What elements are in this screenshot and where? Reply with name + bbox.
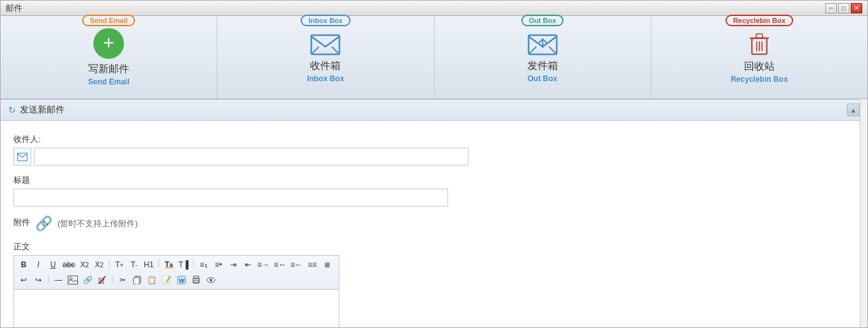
inbox-label-en: Inbox Box <box>307 74 344 83</box>
paste-button[interactable]: 📋 <box>145 273 159 287</box>
subscript-button[interactable]: X2 <box>77 258 91 272</box>
main-window: 邮件 ─ □ ✕ Send Email + 写新邮件 Send Email In… <box>0 0 868 328</box>
collapse-button[interactable]: ▲ <box>847 104 860 116</box>
attachment-row: 附件 🔗 (暂时不支持上传附件) <box>13 215 855 232</box>
body-row: 正文 B I U abc X2 X2 | T+ T- <box>13 241 855 327</box>
cut-button[interactable]: ✂ <box>116 273 130 287</box>
window-controls: ─ □ ✕ <box>825 3 862 13</box>
undo-button[interactable]: ↩ <box>17 273 31 287</box>
svg-line-2 <box>332 47 339 54</box>
italic-button[interactable]: I <box>31 258 45 272</box>
nav-item-send-email[interactable]: Send Email + 写新邮件 Send Email <box>1 16 217 98</box>
link-button[interactable]: 🔗 <box>81 273 95 287</box>
subject-row: 标题 <box>13 175 855 207</box>
attachment-link-icon: 🔗 <box>35 215 52 232</box>
attachment-note: (暂时不支持上传附件) <box>58 218 138 230</box>
svg-line-5 <box>549 47 557 54</box>
close-button[interactable]: ✕ <box>851 3 862 13</box>
svg-text:W: W <box>179 277 185 284</box>
recipient-row: 收件人: <box>13 134 855 166</box>
highlight-button[interactable]: T▐ <box>176 258 190 272</box>
plus-icon: + <box>93 28 124 59</box>
font-color-button[interactable]: Ta <box>162 258 176 272</box>
editor-body[interactable] <box>14 290 339 327</box>
refresh-icon[interactable]: ↻ <box>8 105 16 115</box>
recyclebin-label-zh: 回收站 <box>744 60 775 74</box>
align-full-button[interactable]: ≣ <box>320 258 334 272</box>
form-area: 收件人: 标题 附件 🔗 <box>1 121 867 327</box>
align-justify-button[interactable]: ≡≡ <box>306 258 320 272</box>
strikethrough-button[interactable]: abc <box>61 258 77 272</box>
inbox-label-zh: 收件箱 <box>310 59 341 73</box>
align-left-button[interactable]: ≡← <box>289 258 305 272</box>
indent-less-button[interactable]: ⇤ <box>241 258 255 272</box>
nav-item-recyclebin[interactable]: Recyclebin Box 回收站 Recyclebin Box <box>651 16 867 98</box>
align-center-button[interactable]: ≡↔ <box>272 258 288 272</box>
recipient-label: 收件人: <box>13 134 855 145</box>
inbox-badge: Inbox Box <box>301 15 350 26</box>
outbox-badge: Out Box <box>521 15 564 26</box>
toolbar-row-2: ↩ ↪ | — 🔗 <box>17 273 336 287</box>
preview-button[interactable] <box>204 273 218 287</box>
title-bar: 邮件 ─ □ ✕ <box>1 1 867 16</box>
print-button[interactable] <box>189 273 203 287</box>
redo-button[interactable]: ↪ <box>31 273 45 287</box>
separator-4: | <box>46 273 50 287</box>
svg-rect-19 <box>134 277 139 285</box>
nav-item-inbox[interactable]: Inbox Box 收件箱 Inbox Box <box>217 16 434 98</box>
main-scrollbar[interactable] <box>860 99 867 327</box>
outbox-label-en: Out Box <box>527 74 557 83</box>
attachment-label: 附件 <box>13 217 30 228</box>
toolbar-row-1: B I U abc X2 X2 | T+ T- H1 | Ta <box>17 258 336 272</box>
separator-5: | <box>110 273 114 287</box>
collapse-icon: ▲ <box>850 107 856 114</box>
outbox-envelope-icon <box>527 31 558 57</box>
editor-wrapper: B I U abc X2 X2 | T+ T- H1 | Ta <box>13 255 339 327</box>
unlink-button[interactable]: ⛓ <box>95 273 109 287</box>
recyclebin-badge: Recyclebin Box <box>725 15 793 26</box>
trash-icon <box>744 31 775 56</box>
copy-button[interactable] <box>130 273 144 287</box>
recipient-input[interactable] <box>34 148 469 166</box>
svg-rect-0 <box>311 35 339 54</box>
section-header: ↻ 发送新邮件 ▲ <box>1 99 867 121</box>
send-email-label-en: Send Email <box>88 77 130 86</box>
minimize-button[interactable]: ─ <box>825 3 837 13</box>
body-label: 正文 <box>13 241 855 253</box>
font-size-increase-button[interactable]: T+ <box>112 258 127 272</box>
separator-1: | <box>107 258 111 272</box>
section-title-text: 发送新邮件 <box>20 104 65 116</box>
inbox-envelope-icon <box>310 31 341 57</box>
underline-button[interactable]: U <box>46 258 60 272</box>
bold-button[interactable]: B <box>17 258 31 272</box>
font-size-decrease-button[interactable]: T- <box>127 258 141 272</box>
hr-button[interactable]: — <box>51 273 65 287</box>
paste-text-button[interactable]: 📝 <box>160 273 174 287</box>
svg-line-4 <box>529 47 536 54</box>
paste-word-button[interactable]: W <box>174 273 189 287</box>
align-right-button[interactable]: ≡→ <box>256 258 272 272</box>
recipient-email-icon <box>13 148 31 166</box>
subject-input[interactable] <box>13 189 448 207</box>
indent-more-button[interactable]: ⇥ <box>226 258 240 272</box>
outbox-label-zh: 发件箱 <box>527 59 558 73</box>
superscript-button[interactable]: X2 <box>92 258 106 272</box>
content-area: ↻ 发送新邮件 ▲ 收件人: <box>1 99 867 327</box>
section-title: ↻ 发送新邮件 <box>8 104 65 116</box>
editor-toolbar: B I U abc X2 X2 | T+ T- H1 | Ta <box>14 256 339 290</box>
send-email-badge: Send Email <box>82 15 135 26</box>
maximize-button[interactable]: □ <box>838 3 849 13</box>
recyclebin-label-en: Recyclebin Box <box>731 75 787 84</box>
ordered-list-button[interactable]: ≡₁ <box>197 258 211 272</box>
nav-bar: Send Email + 写新邮件 Send Email Inbox Box 收… <box>1 16 867 99</box>
image-button[interactable] <box>66 273 80 287</box>
svg-line-1 <box>311 47 319 54</box>
send-email-label-zh: 写新邮件 <box>88 63 129 76</box>
subject-label: 标题 <box>13 175 855 186</box>
svg-point-26 <box>210 279 212 281</box>
separator-2: | <box>157 258 161 272</box>
unordered-list-button[interactable]: ≡• <box>212 258 226 272</box>
window-title: 邮件 <box>6 3 22 14</box>
heading-button[interactable]: H1 <box>142 258 156 272</box>
nav-item-outbox[interactable]: Out Box 发件箱 Out Box <box>435 16 651 98</box>
